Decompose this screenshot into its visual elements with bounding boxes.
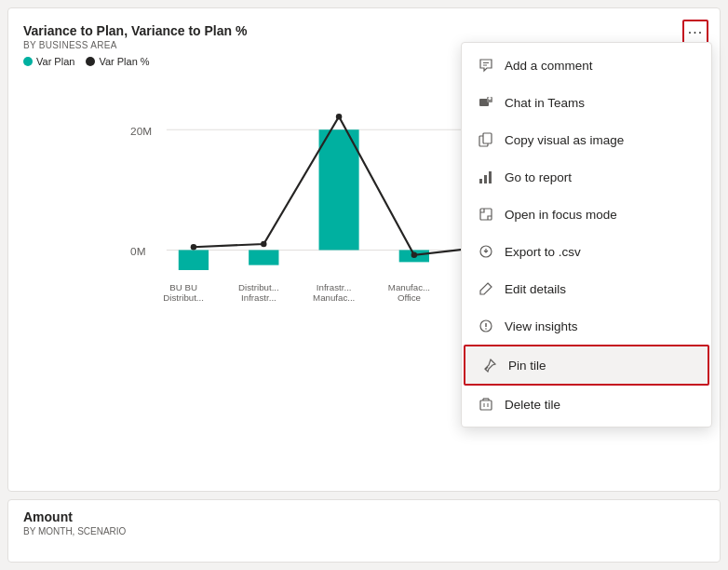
- menu-label-go-to-report: Go to report: [505, 170, 572, 184]
- svg-point-11: [261, 241, 266, 247]
- svg-text:Infrastr...: Infrastr...: [241, 292, 276, 303]
- edit-icon: [477, 279, 495, 298]
- legend-label-var-plan: Var Plan: [36, 56, 74, 67]
- svg-text:Infrastr...: Infrastr...: [317, 282, 352, 292]
- copy-icon: [477, 130, 495, 149]
- menu-item-delete-tile[interactable]: Delete tile: [462, 386, 711, 423]
- amount-card-subtitle: BY MONTH, SCENARIO: [23, 526, 705, 536]
- insights-icon: [477, 317, 495, 335]
- focus-icon: [477, 205, 495, 224]
- svg-text:Distribut...: Distribut...: [163, 292, 204, 303]
- delete-icon: [477, 395, 495, 414]
- context-menu: Add a comment Chat in Teams: [461, 42, 712, 428]
- svg-rect-6: [319, 129, 359, 250]
- svg-rect-39: [480, 209, 492, 220]
- menu-item-pin-tile[interactable]: Pin tile: [464, 345, 709, 386]
- legend-item-var-plan-pct: Var Plan %: [86, 56, 149, 67]
- menu-item-add-comment[interactable]: Add a comment: [462, 47, 711, 84]
- menu-item-edit-details[interactable]: Edit details: [462, 270, 711, 307]
- menu-item-copy-visual[interactable]: Copy visual as image: [462, 121, 711, 158]
- menu-label-export-csv: Export to .csv: [505, 245, 581, 259]
- svg-text:0M: 0M: [130, 245, 145, 258]
- chart-title: Variance to Plan, Variance to Plan %: [23, 23, 705, 38]
- amount-card: Amount BY MONTH, SCENARIO: [7, 499, 721, 563]
- comment-icon: [477, 56, 495, 75]
- menu-item-view-insights[interactable]: View insights: [462, 307, 711, 345]
- amount-card-title: Amount: [23, 509, 705, 524]
- legend-item-var-plan: Var Plan: [23, 56, 74, 67]
- menu-label-copy-visual: Copy visual as image: [505, 133, 624, 147]
- svg-point-10: [191, 244, 196, 250]
- svg-text:BU BU: BU BU: [169, 282, 197, 292]
- card-container: ··· Variance to Plan, Variance to Plan %…: [0, 0, 728, 570]
- svg-point-13: [411, 252, 417, 258]
- legend-dot-var-plan-pct: [86, 57, 95, 66]
- menu-item-go-to-report[interactable]: Go to report: [462, 158, 711, 196]
- svg-rect-5: [249, 250, 278, 265]
- svg-point-43: [485, 328, 487, 330]
- svg-rect-38: [489, 171, 492, 183]
- menu-label-chat-in-teams: Chat in Teams: [505, 96, 585, 110]
- svg-text:Office: Office: [398, 292, 421, 303]
- svg-text:Manufac...: Manufac...: [388, 282, 430, 292]
- svg-text:20M: 20M: [130, 125, 152, 138]
- svg-point-12: [336, 114, 342, 119]
- menu-label-view-insights: View insights: [505, 319, 578, 333]
- menu-label-add-comment: Add a comment: [505, 59, 593, 73]
- svg-text:Manufac...: Manufac...: [313, 292, 355, 303]
- export-icon: [477, 242, 495, 261]
- svg-rect-37: [484, 175, 487, 183]
- menu-label-edit-details: Edit details: [505, 282, 566, 296]
- svg-rect-35: [483, 133, 492, 143]
- legend-label-var-plan-pct: Var Plan %: [99, 56, 149, 67]
- menu-item-open-focus[interactable]: Open in focus mode: [462, 196, 711, 233]
- chart-card: ··· Variance to Plan, Variance to Plan %…: [7, 7, 721, 492]
- svg-text:Distribut...: Distribut...: [238, 282, 279, 292]
- svg-rect-45: [480, 400, 492, 410]
- svg-rect-4: [179, 250, 209, 270]
- menu-label-pin-tile: Pin tile: [508, 359, 546, 373]
- more-icon: ···: [688, 25, 703, 40]
- menu-label-delete-tile: Delete tile: [505, 398, 560, 412]
- report-icon: [477, 168, 495, 186]
- menu-item-export-csv[interactable]: Export to .csv: [462, 233, 711, 270]
- svg-point-33: [489, 97, 492, 100]
- svg-rect-36: [479, 179, 482, 183]
- menu-label-open-focus: Open in focus mode: [505, 208, 617, 222]
- pin-icon: [480, 356, 499, 374]
- menu-item-chat-in-teams[interactable]: Chat in Teams: [462, 84, 711, 121]
- legend-dot-var-plan: [23, 57, 33, 66]
- teams-icon: [477, 93, 495, 112]
